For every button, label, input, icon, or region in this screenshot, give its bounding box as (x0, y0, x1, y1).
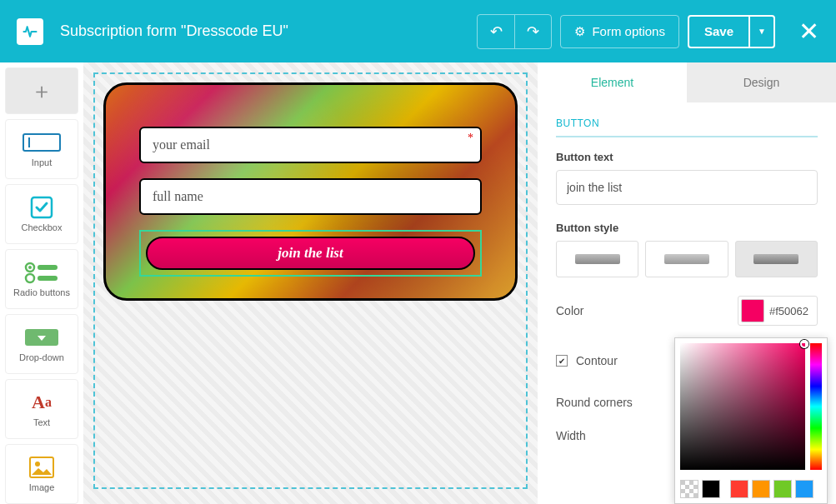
canvas-area: your email * full name join the list (83, 62, 538, 504)
email-field[interactable]: your email * (139, 127, 482, 163)
tab-design[interactable]: Design (687, 62, 836, 102)
color-input[interactable]: #f50062 (738, 296, 818, 326)
tool-label: Drop-down (19, 352, 64, 362)
swatch-red[interactable] (730, 480, 748, 498)
image-tool[interactable]: Image (5, 444, 78, 504)
tool-label: Text (33, 417, 50, 427)
input-tool[interactable]: Input (5, 119, 78, 179)
form-options-label: Form options (592, 24, 665, 38)
color-swatch-icon (741, 299, 764, 322)
hue-slider[interactable] (810, 343, 822, 470)
tool-label: Radio buttons (13, 287, 70, 297)
tool-label: Checkbox (22, 222, 63, 232)
color-handle[interactable] (800, 340, 808, 348)
gear-icon: ⚙ (574, 24, 585, 39)
svg-rect-7 (38, 276, 58, 281)
swatch-blue[interactable] (795, 480, 813, 498)
color-gradient-area[interactable] (680, 343, 805, 470)
tool-sidebar: ＋ Input Checkbox Radio buttons Drop-down… (0, 62, 83, 504)
svg-point-10 (35, 462, 40, 467)
name-placeholder: full name (153, 189, 203, 204)
email-placeholder: your email (153, 137, 210, 152)
close-icon[interactable]: ✕ (798, 17, 819, 46)
swatch-transparent[interactable] (680, 480, 698, 498)
required-marker: * (468, 132, 473, 145)
color-picker[interactable] (674, 337, 828, 504)
swatch-orange[interactable] (752, 480, 770, 498)
style-option-3[interactable] (735, 241, 818, 277)
color-label: Color (556, 304, 738, 317)
undo-redo-group: ↶ ↷ (477, 14, 552, 49)
tool-label: Image (29, 482, 55, 492)
name-field[interactable]: full name (139, 178, 482, 215)
button-text-label: Button text (556, 151, 818, 163)
selected-element-outline: join the list (139, 230, 482, 277)
dropdown-tool[interactable]: Drop-down (5, 314, 78, 374)
style-option-1[interactable] (556, 241, 638, 277)
style-option-2[interactable] (645, 241, 728, 277)
svg-point-4 (28, 266, 32, 269)
form-canvas[interactable]: your email * full name join the list (93, 72, 528, 489)
svg-rect-5 (38, 265, 58, 270)
svg-point-6 (26, 274, 34, 282)
tab-element[interactable]: Element (538, 62, 687, 102)
plus-icon: ＋ (31, 77, 53, 106)
section-header: BUTTON (556, 117, 818, 137)
color-value: #f50062 (769, 305, 808, 317)
save-dropdown-button[interactable]: ▼ (750, 15, 775, 48)
app-logo (17, 18, 43, 45)
radio-tool[interactable]: Radio buttons (5, 249, 78, 309)
button-text-input[interactable] (556, 170, 818, 205)
undo-button[interactable]: ↶ (478, 15, 514, 48)
page-title: Subscription form "Dresscode EU" (60, 22, 477, 40)
form-card: your email * full name join the list (103, 82, 518, 301)
contour-checkbox[interactable]: ✔ (556, 355, 568, 367)
checkbox-tool[interactable]: Checkbox (5, 184, 78, 244)
app-header: Subscription form "Dresscode EU" ↶ ↷ ⚙ F… (0, 0, 836, 62)
swatch-black[interactable] (702, 480, 720, 498)
save-button[interactable]: Save (688, 15, 750, 48)
text-tool[interactable]: Aa Text (5, 379, 78, 439)
properties-panel: Element Design BUTTON Button text Button… (538, 62, 836, 504)
button-style-label: Button style (556, 222, 818, 234)
tool-label: Input (32, 157, 52, 167)
redo-button[interactable]: ↷ (514, 15, 551, 48)
swatch-green[interactable] (773, 480, 792, 498)
form-options-button[interactable]: ⚙ Form options (560, 15, 679, 48)
submit-button[interactable]: join the list (146, 237, 475, 270)
add-tool[interactable]: ＋ (5, 67, 78, 114)
